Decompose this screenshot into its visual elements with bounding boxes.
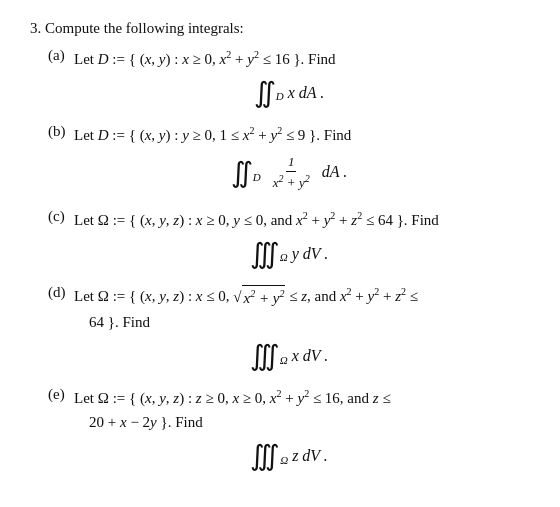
part-a: (a) Let D := { (x, y) : x ≥ 0, x2 + y2 ≤…	[48, 47, 530, 107]
part-d-integral: ∭Ω x dV .	[48, 342, 530, 370]
part-d: (d) Let Ω := { (x, y, z) : x ≤ 0, √x2 + …	[48, 284, 530, 370]
part-a-letter: (a)	[48, 47, 70, 64]
part-c-text: Let Ω := { (x, y, z) : x ≥ 0, y ≤ 0, and…	[74, 208, 530, 232]
part-c: (c) Let Ω := { (x, y, z) : x ≥ 0, y ≤ 0,…	[48, 208, 530, 268]
part-a-text: Let D := { (x, y) : x ≥ 0, x2 + y2 ≤ 16 …	[74, 47, 530, 71]
part-b-text: Let D := { (x, y) : y ≥ 0, 1 ≤ x2 + y2 ≤…	[74, 123, 530, 147]
part-b: (b) Let D := { (x, y) : y ≥ 0, 1 ≤ x2 + …	[48, 123, 530, 193]
part-e-integral: ∭Ω z dV .	[48, 442, 530, 470]
part-d-letter: (d)	[48, 284, 70, 301]
part-b-letter: (b)	[48, 123, 70, 140]
problem-container: 3. Compute the following integrals: (a) …	[30, 20, 530, 470]
part-e-text: Let Ω := { (x, y, z) : z ≥ 0, x ≥ 0, x2 …	[74, 386, 530, 434]
and-text: and	[347, 390, 369, 406]
problem-parts: (a) Let D := { (x, y) : x ≥ 0, x2 + y2 ≤…	[30, 47, 530, 470]
part-d-text: Let Ω := { (x, y, z) : x ≤ 0, √x2 + y2 ≤…	[74, 284, 530, 334]
part-b-integral: ∬D 1 x2 + y2 dA .	[48, 154, 530, 192]
problem-number: 3. Compute the following integrals:	[30, 20, 530, 37]
part-c-letter: (c)	[48, 208, 70, 225]
part-c-integral: ∭Ω y dV .	[48, 240, 530, 268]
part-e: (e) Let Ω := { (x, y, z) : z ≥ 0, x ≥ 0,…	[48, 386, 530, 470]
part-a-integral: ∬D x dA .	[48, 79, 530, 107]
part-e-letter: (e)	[48, 386, 70, 403]
